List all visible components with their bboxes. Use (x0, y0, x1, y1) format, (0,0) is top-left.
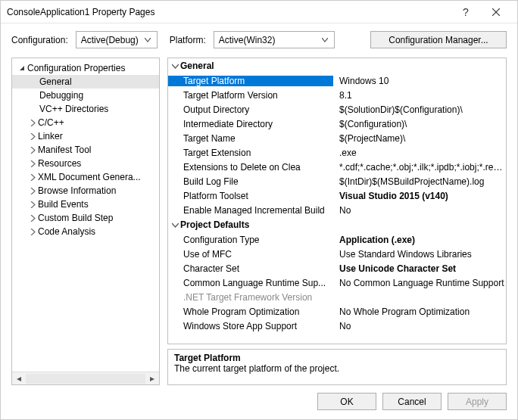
cancel-button[interactable]: Cancel (382, 393, 442, 410)
title-bar: ConsoleApplication1 Property Pages ? (1, 1, 517, 23)
ok-button[interactable]: OK (317, 393, 376, 410)
property-row[interactable]: Target Name$(ProjectName)\ (168, 131, 506, 145)
tree-horizontal-scrollbar[interactable]: ◂ ▸ (12, 372, 159, 384)
expand-icon (27, 215, 38, 222)
property-name: Use of MFC (168, 249, 333, 260)
tree-item[interactable]: C/C++ (12, 116, 159, 129)
property-value: No (333, 321, 506, 331)
property-value: $(ProjectName)\ (333, 133, 506, 144)
property-value: Windows 10 (333, 76, 506, 86)
tree-item-label: Browse Information (38, 185, 116, 196)
property-row[interactable]: Build Log File$(IntDir)$(MSBuildProjectN… (168, 174, 506, 188)
property-name: Configuration Type (168, 235, 333, 245)
tree-item[interactable]: Code Analysis (12, 225, 159, 238)
property-row[interactable]: Output Directory$(SolutionDir)$(Configur… (168, 102, 506, 117)
property-value: No Common Language Runtime Support (333, 278, 506, 288)
tree-item[interactable]: Resources (12, 157, 159, 170)
tree-item[interactable]: VC++ Directories (12, 102, 159, 116)
category-name: General (180, 61, 214, 71)
property-row[interactable]: Intermediate Directory$(Configuration)\ (168, 117, 506, 131)
property-value: Use Standard Windows Libraries (333, 249, 506, 260)
property-value: No (333, 205, 506, 216)
tree-item-label: Manifest Tool (38, 145, 91, 155)
platform-value: Active(Win32) (219, 35, 276, 45)
tree-item-label: General (39, 76, 72, 87)
category-header[interactable]: General (168, 58, 506, 73)
property-name: Platform Toolset (168, 191, 333, 201)
property-value: Visual Studio 2015 (v140) (333, 191, 506, 201)
window-title: ConsoleApplication1 Property Pages (7, 7, 451, 17)
description-pane: Target Platform The current target platf… (167, 349, 507, 385)
property-row[interactable]: Windows Store App SupportNo (168, 319, 506, 333)
property-name: .NET Target Framework Version (168, 292, 333, 303)
tree-item[interactable]: Browse Information (12, 184, 159, 198)
property-row[interactable]: Common Language Runtime Sup...No Common … (168, 275, 506, 290)
configuration-bar: Configuration: Active(Debug) Platform: A… (1, 23, 517, 58)
tree-item[interactable]: Custom Build Step (12, 211, 159, 225)
help-button[interactable]: ? (451, 1, 481, 23)
tree-item-label: Linker (38, 131, 63, 142)
tree-item[interactable]: Debugging (12, 89, 159, 102)
property-row[interactable]: Extensions to Delete on Clea*.cdf;*.cach… (168, 160, 506, 174)
chevron-down-icon (319, 38, 331, 42)
expand-icon (27, 120, 38, 126)
scroll-right-icon: ▸ (147, 373, 158, 384)
property-name: Whole Program Optimization (168, 306, 333, 317)
property-value: $(SolutionDir)$(Configuration)\ (333, 104, 506, 115)
property-row[interactable]: Target Extension.exe (168, 145, 506, 160)
property-name: Target Platform (168, 76, 333, 86)
property-row[interactable]: Configuration TypeApplication (.exe) (168, 232, 506, 247)
property-value: $(IntDir)$(MSBuildProjectName).log (333, 176, 506, 187)
close-button[interactable] (481, 1, 511, 23)
property-row[interactable]: Platform ToolsetVisual Studio 2015 (v140… (168, 188, 506, 203)
property-row[interactable]: Target PlatformWindows 10 (168, 73, 506, 88)
tree-item[interactable]: XML Document Genera... (12, 170, 159, 184)
category-header[interactable]: Project Defaults (168, 217, 506, 232)
tree-item-label: Custom Build Step (38, 213, 113, 223)
tree-item[interactable]: General (12, 75, 159, 89)
property-row[interactable]: Whole Program OptimizationNo Whole Progr… (168, 304, 506, 319)
property-name: Character Set (168, 263, 333, 274)
property-name: Target Name (168, 133, 333, 144)
tree-item[interactable]: Manifest Tool (12, 143, 159, 157)
tree-item[interactable]: Linker (12, 129, 159, 143)
property-grid: GeneralTarget PlatformWindows 10Target P… (167, 58, 507, 344)
property-name: Target Extension (168, 148, 333, 158)
property-row[interactable]: Enable Managed Incremental BuildNo (168, 203, 506, 217)
tree-item-label: C/C++ (38, 117, 64, 128)
expand-icon (27, 147, 38, 154)
scroll-left-icon: ◂ (14, 373, 24, 384)
property-name: Extensions to Delete on Clea (168, 162, 333, 173)
property-value: Use Unicode Character Set (333, 263, 506, 274)
close-icon (492, 8, 500, 16)
property-name: Intermediate Directory (168, 119, 333, 129)
expand-icon (27, 229, 38, 235)
chevron-down-icon (142, 38, 154, 42)
property-name: Build Log File (168, 176, 333, 187)
tree-item-label: Code Analysis (38, 226, 95, 237)
expand-icon (27, 160, 38, 167)
property-name: Common Language Runtime Sup... (168, 278, 333, 288)
platform-label: Platform: (170, 35, 206, 45)
expand-icon (27, 174, 38, 181)
property-row[interactable]: .NET Target Framework Version (168, 290, 506, 304)
tree-root[interactable]: Configuration Properties (12, 61, 159, 75)
configuration-manager-button[interactable]: Configuration Manager... (370, 31, 507, 48)
property-value: $(Configuration)\ (333, 119, 506, 129)
collapse-icon (17, 65, 27, 72)
property-row[interactable]: Character SetUse Unicode Character Set (168, 261, 506, 275)
apply-button[interactable]: Apply (448, 393, 507, 410)
property-row[interactable]: Target Platform Version8.1 (168, 88, 506, 102)
property-name: Target Platform Version (168, 90, 333, 101)
platform-combo[interactable]: Active(Win32) (214, 31, 335, 48)
nav-tree: Configuration Properties GeneralDebuggin… (11, 58, 160, 385)
configuration-value: Active(Debug) (81, 35, 139, 45)
tree-item-label: Resources (38, 158, 81, 169)
property-value: Application (.exe) (333, 235, 506, 245)
property-row[interactable]: Use of MFCUse Standard Windows Libraries (168, 247, 506, 261)
expand-icon (27, 133, 38, 140)
property-value: *.cdf;*.cache;*.obj;*.ilk;*.ipdb;*.iobj;… (333, 162, 506, 173)
configuration-combo[interactable]: Active(Debug) (76, 31, 158, 48)
chevron-down-icon (170, 222, 180, 229)
tree-item[interactable]: Build Events (12, 198, 159, 211)
